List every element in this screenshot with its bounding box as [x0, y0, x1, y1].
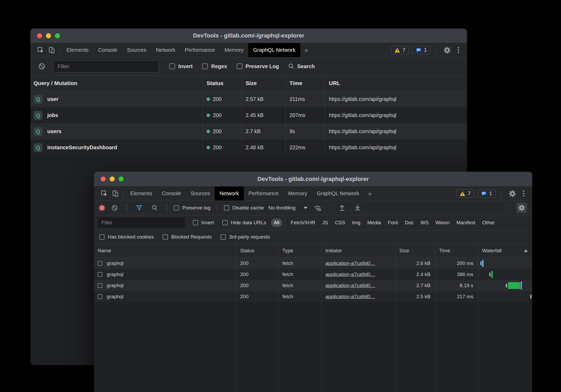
third-party-requests-checkbox[interactable]: 3rd-party requests — [221, 234, 270, 240]
filter-input[interactable] — [53, 60, 159, 72]
import-har-icon[interactable] — [336, 203, 348, 213]
column-type[interactable]: Type — [278, 244, 321, 258]
filter-chip-js[interactable]: JS — [319, 218, 331, 227]
column-status[interactable]: Status — [236, 244, 278, 258]
disable-cache-checkbox[interactable]: Disable cache — [224, 205, 264, 211]
preserve-log-checkbox[interactable]: Preserve Log — [237, 63, 279, 69]
tab-network[interactable]: Network — [215, 186, 244, 200]
close-button[interactable] — [37, 33, 42, 38]
filter-chip-doc[interactable]: Doc — [402, 218, 417, 227]
table-row[interactable]: graphql 200 fetch application-a7ca9d0… 2… — [94, 280, 532, 291]
filter-chip-manifest[interactable]: Manifest — [454, 218, 478, 227]
tab-performance[interactable]: Performance — [180, 43, 220, 57]
tab-console[interactable]: Console — [93, 43, 122, 57]
kebab-menu-icon[interactable] — [456, 47, 461, 53]
table-row[interactable]: graphql 200 fetch application-a7ca9d0… 2… — [94, 291, 532, 302]
filter-chip-all[interactable]: All — [271, 218, 282, 227]
column-url[interactable]: URL — [325, 76, 467, 91]
column-initiator[interactable]: Initiator — [321, 244, 395, 258]
filter-chip-ws[interactable]: WS — [418, 218, 432, 227]
invert-checkbox[interactable]: Invert — [169, 63, 193, 69]
title-bar[interactable]: DevTools - gitlab.com/-/graphql-explorer — [30, 29, 467, 43]
column-status[interactable]: Status — [203, 76, 242, 91]
table-row[interactable]: graphql 200 fetch application-a7ca9d0… 2… — [94, 269, 532, 280]
tab-memory[interactable]: Memory — [283, 186, 312, 200]
row-checkbox[interactable] — [98, 283, 102, 288]
row-checkbox[interactable] — [98, 272, 102, 277]
checkbox[interactable] — [202, 63, 208, 69]
device-toolbar-icon[interactable] — [46, 45, 57, 55]
record-network-log-button[interactable] — [99, 205, 105, 211]
filter-chip-font[interactable]: Font — [385, 218, 401, 227]
tab-memory[interactable]: Memory — [220, 43, 248, 57]
more-tabs-icon[interactable]: » — [300, 46, 312, 54]
column-waterfall[interactable]: Waterfall — [478, 244, 532, 258]
column-size[interactable]: Size — [242, 76, 286, 91]
filter-funnel-icon[interactable] — [134, 203, 145, 213]
inspect-element-icon[interactable] — [99, 188, 110, 199]
checkbox[interactable] — [224, 205, 229, 211]
zoom-button[interactable] — [119, 176, 124, 181]
search-icon[interactable] — [149, 203, 160, 213]
clear-network-log-icon[interactable] — [109, 203, 120, 213]
column-name[interactable]: Name — [94, 244, 236, 258]
filter-chip-css[interactable]: CSS — [332, 218, 348, 227]
initiator-link[interactable]: application-a7ca9d0… — [325, 294, 375, 300]
checkbox[interactable] — [169, 63, 175, 69]
tab-elements[interactable]: Elements — [62, 43, 93, 57]
hide-data-urls-checkbox[interactable]: Hide data URLs — [222, 220, 266, 226]
has-blocked-cookies-checkbox[interactable]: Has blocked cookies — [99, 234, 154, 240]
tab-graphql-network[interactable]: GraphQL Network — [248, 43, 300, 57]
checkbox[interactable] — [221, 234, 226, 240]
tab-network[interactable]: Network — [151, 43, 180, 57]
checkbox[interactable] — [237, 63, 242, 69]
filter-chip-img[interactable]: Img — [349, 218, 363, 227]
tab-sources[interactable]: Sources — [186, 186, 215, 200]
settings-gear-icon[interactable] — [442, 45, 453, 55]
checkbox[interactable] — [163, 234, 168, 240]
network-conditions-icon[interactable] — [312, 203, 323, 213]
inspect-element-icon[interactable] — [35, 45, 46, 55]
filter-chip-media[interactable]: Media — [364, 218, 384, 227]
settings-gear-icon[interactable] — [507, 188, 518, 199]
column-query-mutation[interactable]: Query / Mutation — [30, 76, 203, 91]
row-checkbox[interactable] — [98, 294, 102, 299]
tab-performance[interactable]: Performance — [244, 186, 284, 200]
row-checkbox[interactable] — [98, 261, 102, 266]
tab-sources[interactable]: Sources — [122, 43, 151, 57]
table-row[interactable]: Q users 200 2.7 kB 9s https://gitlab.com… — [30, 123, 467, 139]
minimize-button[interactable] — [46, 33, 51, 38]
tab-console[interactable]: Console — [157, 186, 186, 200]
warnings-badge[interactable]: 7 — [456, 189, 474, 198]
issues-badge[interactable]: 1 — [478, 189, 495, 198]
kebab-menu-icon[interactable] — [521, 190, 526, 197]
block-clear-icon[interactable] — [36, 61, 47, 72]
initiator-link[interactable]: application-a7ca9d0… — [325, 283, 375, 288]
regex-checkbox[interactable]: Regex — [202, 63, 227, 69]
filter-chip-wasm[interactable]: Wasm — [433, 218, 452, 227]
column-size[interactable]: Size — [395, 244, 435, 258]
invert-checkbox[interactable]: Invert — [193, 220, 214, 226]
blocked-requests-checkbox[interactable]: Blocked Requests — [163, 234, 212, 240]
column-time[interactable]: Time — [435, 244, 478, 258]
network-settings-gear-icon[interactable] — [516, 203, 527, 213]
column-time[interactable]: Time — [286, 76, 325, 91]
filter-chip-fetch-xhr[interactable]: Fetch/XHR — [288, 218, 318, 227]
checkbox[interactable] — [193, 220, 198, 225]
title-bar[interactable]: DevTools - gitlab.com/-/graphql-explorer — [94, 172, 532, 186]
checkbox[interactable] — [99, 234, 105, 240]
tab-elements[interactable]: Elements — [125, 186, 157, 200]
initiator-link[interactable]: application-a7ca9d0… — [325, 260, 375, 266]
tab-graphql-network[interactable]: GraphQL Network — [312, 186, 364, 200]
throttling-select[interactable]: No throttling — [268, 205, 307, 211]
more-tabs-icon[interactable]: » — [364, 190, 376, 197]
export-har-icon[interactable] — [352, 203, 363, 213]
filter-input[interactable] — [98, 217, 185, 228]
search-control[interactable]: Search — [288, 63, 315, 70]
minimize-button[interactable] — [110, 176, 115, 181]
preserve-log-checkbox[interactable]: Preserve log — [174, 205, 211, 211]
checkbox[interactable] — [222, 220, 228, 225]
warnings-badge[interactable]: 7 — [391, 46, 409, 54]
table-row[interactable]: graphql 200 fetch application-a7ca9d0… 2… — [94, 258, 532, 269]
table-row[interactable]: Q jobs 200 2.45 kB 207ms https://gitlab.… — [30, 107, 467, 123]
